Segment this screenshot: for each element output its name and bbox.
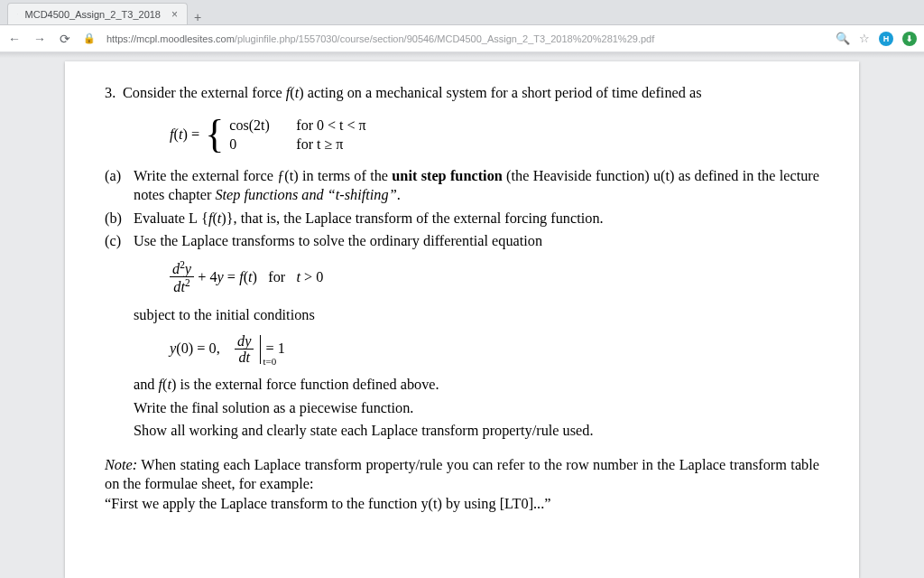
close-tab-icon[interactable]: ×: [171, 8, 178, 21]
forward-button[interactable]: →: [32, 32, 47, 46]
new-tab-button[interactable]: +: [188, 10, 208, 24]
case2-right: for t ≥ π: [296, 135, 343, 154]
question-number: 3.: [105, 83, 123, 103]
piecewise-lhs: f(t) =: [170, 125, 199, 144]
case1-left: cos(2t): [229, 116, 282, 135]
part-a-text: Write the external force ƒ(t) in terms o…: [134, 166, 819, 205]
note-block: Note: When stating each Laplace transfor…: [105, 455, 819, 514]
lock-icon: 🔒: [83, 33, 96, 44]
part-b-label: (b): [105, 209, 134, 228]
ode-equation: d2ydt2 + 4y = f(t) for t > 0: [170, 260, 819, 296]
note-example: “First we apply the Laplace transform to…: [105, 495, 551, 512]
part-a-label: (a): [105, 166, 134, 205]
part-c-label: (c): [105, 231, 134, 251]
part-b-text: Evaluate L {f(t)}, that is, the Laplace …: [134, 209, 819, 228]
initial-conditions: y(0) = 0, dydt t=0 = 1: [170, 333, 819, 366]
after-text-3: Show all working and clearly state each …: [134, 421, 819, 441]
subject-text: subject to the initial conditions: [134, 305, 819, 325]
part-c-text: Use the Laplace transforms to solve the …: [134, 231, 819, 251]
pdf-file-icon: [17, 8, 18, 20]
bookmark-icon[interactable]: ☆: [859, 32, 870, 45]
url-field[interactable]: https://mcpl.moodlesites.com/pluginfile.…: [106, 33, 825, 44]
question-intro: Consider the external force f(t) acting …: [123, 83, 819, 103]
zoom-icon[interactable]: 🔍: [836, 32, 850, 45]
profile-badge[interactable]: H: [879, 32, 893, 46]
after-text-1: and f(t) is the external force function …: [134, 375, 819, 395]
browser-tab-active[interactable]: MCD4500_Assign_2_T3_2018 ×: [7, 3, 188, 24]
extension-badge[interactable]: ⬇: [902, 32, 917, 46]
back-button[interactable]: ←: [7, 32, 22, 46]
url-path: /pluginfile.php/1557030/course/section/9…: [235, 33, 654, 44]
after-text-2: Write the final solution as a piecewise …: [134, 398, 819, 418]
piecewise-definition: f(t) = { cos(2t)for 0 < t < π 0for t ≥ π: [170, 116, 819, 154]
browser-tab-bar: MCD4500_Assign_2_T3_2018 × +: [0, 0, 924, 25]
case2-left: 0: [229, 135, 282, 154]
brace-icon: {: [205, 117, 224, 153]
pdf-viewer: 3. Consider the external force f(t) acti…: [0, 58, 924, 578]
toolbar-right: 🔍 ☆ H ⬇: [836, 32, 917, 46]
pdf-page: 3. Consider the external force f(t) acti…: [65, 61, 859, 578]
case1-right: for 0 < t < π: [296, 116, 365, 135]
browser-address-bar: ← → ⟳ 🔒 https://mcpl.moodlesites.com/plu…: [0, 25, 924, 52]
url-host: https://mcpl.moodlesites.com: [106, 33, 235, 44]
reload-button[interactable]: ⟳: [58, 32, 72, 46]
tab-title: MCD4500_Assign_2_T3_2018: [25, 9, 161, 20]
